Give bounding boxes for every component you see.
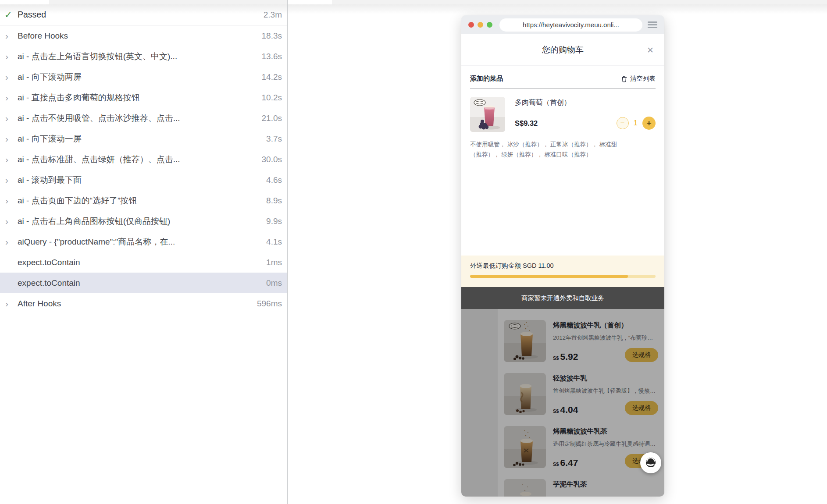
step-label: ai - 点击标准甜、点击绿妍（推荐）、点击... xyxy=(18,154,256,165)
step-time: 0ms xyxy=(266,278,282,288)
chevron-right-icon[interactable]: › xyxy=(5,217,18,226)
product-price: S$5.92 xyxy=(553,351,578,362)
delivery-progress-bar xyxy=(470,275,656,278)
cart-item: 多肉葡萄（首创） S$9.32 − 1 + xyxy=(470,97,656,132)
url-bar[interactable]: https://heyteavivocity.meuu.onli... xyxy=(499,18,642,32)
timeline-notch xyxy=(0,0,49,4)
cart-section-title: 添加的菜品 xyxy=(470,75,503,83)
step-time: 14.2s xyxy=(262,72,282,82)
check-icon: ✓ xyxy=(4,10,18,20)
test-status-time: 2.3m xyxy=(264,10,282,20)
step-row[interactable]: › ai - 向下滚动一屏 3.7s xyxy=(0,128,287,149)
product-image-brown-sugar-milk-tea xyxy=(504,426,546,468)
step-time: 1ms xyxy=(266,258,282,267)
delivery-minimum-text: 外送最低订购金额 SGD 11.00 xyxy=(470,262,656,270)
product-image-taro-milk-tea xyxy=(504,479,546,497)
step-label: ai - 点击左上角语言切换按钮(英文、中文)... xyxy=(18,51,256,62)
product-name: 芋泥牛乳茶 xyxy=(553,480,658,489)
quantity-value: 1 xyxy=(634,119,638,128)
list-item[interactable]: 轻波波牛乳 首创烤黑糖波波牛乳【轻盈版】，慢熬… S$4.04 选规格 xyxy=(504,373,658,415)
step-row[interactable]: › ai - 点击标准甜、点击绿妍（推荐）、点击... 30.0s xyxy=(0,149,287,170)
close-window-button[interactable] xyxy=(468,22,474,28)
quantity-stepper: − 1 + xyxy=(617,117,656,130)
product-image-light-boba-milk xyxy=(504,373,546,415)
chevron-right-icon[interactable]: › xyxy=(5,175,18,185)
step-row[interactable]: › ai - 向下滚动两屏 14.2s xyxy=(0,67,287,87)
step-time: 596ms xyxy=(257,299,282,309)
menu-icon[interactable] xyxy=(648,20,657,30)
timeline-notch xyxy=(288,0,332,4)
step-row-expect-selected[interactable]: expect.toContain 0ms xyxy=(0,273,287,293)
step-time: 9.9s xyxy=(266,217,282,226)
chevron-right-icon[interactable]: › xyxy=(5,52,18,61)
chevron-right-icon[interactable]: › xyxy=(5,155,18,164)
currency-label: S$ xyxy=(553,355,559,361)
step-row[interactable]: › ai - 点击左上角语言切换按钮(英文、中文)... 13.6s xyxy=(0,46,287,67)
zoom-window-button[interactable] xyxy=(487,22,492,28)
step-row[interactable]: › ai - 点击右上角商品图标按钮(仅商品按钮) 9.9s xyxy=(0,211,287,231)
close-icon[interactable]: ✕ xyxy=(647,45,654,55)
minimize-window-button[interactable] xyxy=(478,22,483,28)
store-closed-text: 商家暂未开通外卖和自取业务 xyxy=(521,294,604,302)
select-spec-button[interactable]: 选规格 xyxy=(625,401,658,415)
product-description: 首创烤黑糖波波牛乳【轻盈版】，慢熬… xyxy=(553,387,656,395)
chevron-right-icon[interactable]: › xyxy=(5,72,18,82)
cart-item-specs: 不使用吸管， 冰沙（推荐）， 正常冰（推荐）， 标准甜（推荐）， 绿妍（推荐），… xyxy=(470,140,621,160)
timeline-strip xyxy=(0,0,827,4)
chevron-right-icon[interactable]: › xyxy=(5,196,18,205)
chevron-right-icon[interactable]: › xyxy=(5,299,18,308)
step-label: ai - 点击页面下边的“选好了”按钮 xyxy=(18,195,260,206)
step-row-aiquery[interactable]: › aiQuery - {"productName":"商品名称，在... 4.… xyxy=(0,231,287,252)
product-image-grape-drink xyxy=(470,97,505,132)
cart-item-price: S$9.32 xyxy=(515,119,538,128)
select-spec-button[interactable]: 选规格 xyxy=(625,348,658,362)
chevron-right-icon[interactable]: › xyxy=(5,134,18,143)
step-label: After Hooks xyxy=(18,299,251,309)
list-item[interactable]: 烤黑糖波波牛乳（首创） 2012年首创烤黑糖波波牛乳，“布蕾珍… S$5.92 … xyxy=(504,320,658,362)
list-item[interactable]: 芋泥牛乳茶 xyxy=(504,479,658,497)
step-row[interactable]: › ai - 点击页面下边的“选好了”按钮 8.9s xyxy=(0,190,287,211)
product-description: 选用定制嫣红茶底与冷藏牛乳灵感特调… xyxy=(553,440,656,448)
price-value: 5.92 xyxy=(560,351,578,362)
customer-service-icon xyxy=(643,455,658,470)
price-value: 4.04 xyxy=(560,405,578,415)
step-row-before-hooks[interactable]: › Before Hooks 18.3s xyxy=(0,25,287,46)
customer-service-button[interactable] xyxy=(640,452,661,473)
step-row[interactable]: › ai - 直接点击多肉葡萄的规格按钮 10.2s xyxy=(0,87,287,108)
step-label: ai - 点击右上角商品图标按钮(仅商品按钮) xyxy=(18,216,260,227)
step-time: 18.3s xyxy=(262,31,282,41)
list-item[interactable]: 烤黑糖波波牛乳茶 选用定制嫣红茶底与冷藏牛乳灵感特调… S$6.47 选规格 xyxy=(504,426,658,468)
step-label: expect.toContain xyxy=(18,278,260,288)
chevron-right-icon[interactable]: › xyxy=(5,31,18,40)
step-label: ai - 向下滚动两屏 xyxy=(18,71,256,83)
increase-quantity-button[interactable]: + xyxy=(642,117,656,130)
cart-item-name: 多肉葡萄（首创） xyxy=(515,98,656,107)
step-time: 21.0s xyxy=(262,114,282,123)
decrease-quantity-button[interactable]: − xyxy=(617,117,629,129)
test-status-row[interactable]: ✓ Passed 2.3m xyxy=(0,4,287,25)
step-row-expect[interactable]: expect.toContain 1ms xyxy=(0,252,287,273)
step-row[interactable]: › ai - 点击不使用吸管、点击冰沙推荐、点击... 21.0s xyxy=(0,108,287,128)
test-status-label: Passed xyxy=(18,10,46,20)
trash-icon xyxy=(621,75,627,82)
chevron-right-icon[interactable]: › xyxy=(5,114,18,123)
step-time: 10.2s xyxy=(262,93,282,103)
step-label: Before Hooks xyxy=(18,31,256,41)
browser-chrome: https://heyteavivocity.meuu.onli... xyxy=(461,15,664,34)
panel-divider xyxy=(287,0,288,504)
step-label: ai - 直接点击多肉葡萄的规格按钮 xyxy=(18,92,256,103)
chevron-right-icon[interactable]: › xyxy=(5,93,18,102)
delivery-minimum-banner: 外送最低订购金额 SGD 11.00 xyxy=(461,256,664,287)
category-sidebar xyxy=(461,309,498,497)
cart-page-header: 您的购物车 ✕ xyxy=(461,34,664,66)
step-label: ai - 滚动到最下面 xyxy=(18,174,260,186)
step-row[interactable]: › ai - 滚动到最下面 4.6s xyxy=(0,170,287,190)
test-steps-panel: ✓ Passed 2.3m › Before Hooks 18.3s › ai … xyxy=(0,4,287,314)
product-image-brown-sugar-milk xyxy=(504,320,546,362)
chevron-right-icon[interactable]: › xyxy=(5,237,18,246)
product-name: 轻波波牛乳 xyxy=(553,374,658,383)
clear-cart-button[interactable]: 清空列表 xyxy=(621,75,656,83)
step-time: 3.7s xyxy=(266,134,282,144)
product-name: 烤黑糖波波牛乳茶 xyxy=(553,427,658,436)
step-row-after-hooks[interactable]: › After Hooks 596ms xyxy=(0,293,287,314)
